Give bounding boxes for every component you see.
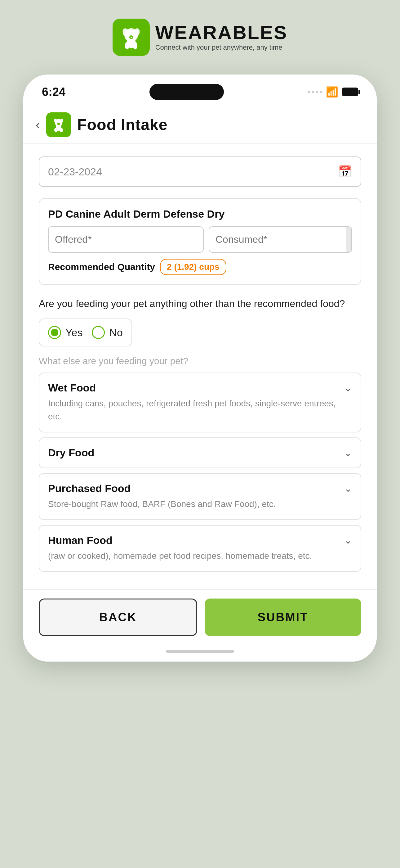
unit-label: cup (346, 227, 352, 252)
accordion-title-human-food: Human Food (48, 534, 112, 547)
recommended-badge: 2 (1.92) cups (160, 259, 226, 275)
chevron-down-icon-purchased-food: ⌄ (344, 483, 352, 494)
radio-option-yes[interactable]: Yes (48, 326, 82, 339)
accordion-item-dry-food[interactable]: Dry Food ⌄ (39, 437, 361, 468)
status-time: 6:24 (42, 85, 65, 99)
svg-text:★: ★ (130, 36, 132, 39)
brand-tagline: Connect with your pet anywhere, any time (155, 43, 288, 52)
radio-group: Yes No (39, 318, 132, 346)
svg-point-13 (54, 128, 57, 132)
back-nav-arrow[interactable]: ‹ (36, 118, 40, 131)
food-inputs-row: cup (48, 226, 352, 253)
brand-name: WEARABLES (155, 23, 288, 42)
wifi-icon: 📶 (326, 86, 338, 98)
chevron-down-icon-dry-food: ⌄ (344, 447, 352, 458)
chevron-down-icon-human-food: ⌄ (344, 535, 352, 546)
radio-option-no[interactable]: No (92, 326, 123, 339)
back-button[interactable]: BACK (39, 598, 197, 636)
submit-button[interactable]: SUBMIT (205, 598, 361, 636)
date-input-wrapper[interactable]: 02-23-2024 📅 (39, 156, 361, 187)
calendar-icon[interactable]: 📅 (338, 165, 352, 178)
brand-header: ★ WEARABLES Connect with your pet anywhe… (112, 19, 288, 56)
svg-point-6 (133, 42, 137, 49)
recommended-row: Recommended Quantity 2 (1.92) cups (48, 259, 352, 275)
accordion-title-purchased-food: Purchased Food (48, 483, 131, 495)
status-icons: 📶 (308, 86, 358, 98)
accordion-subtitle-wet-food: Including cans, pouches, refrigerated fr… (48, 397, 352, 423)
page-icon (46, 113, 71, 137)
accordion-item-human-food[interactable]: Human Food ⌄ (raw or cooked), homemade p… (39, 525, 361, 572)
question-text: Are you feeding your pet anything other … (39, 296, 361, 311)
radio-circle-yes[interactable] (48, 326, 61, 339)
consumed-input-group: cup (209, 226, 352, 253)
signal-dots-icon (308, 91, 322, 93)
main-content: 02-23-2024 📅 PD Canine Adult Derm Defens… (23, 144, 377, 589)
dynamic-island (149, 84, 224, 100)
accordion-item-wet-food[interactable]: Wet Food ⌄ Including cans, pouches, refr… (39, 373, 361, 432)
status-bar: 6:24 📶 (23, 74, 377, 103)
battery-icon (342, 88, 358, 96)
accordion-header-dry-food[interactable]: Dry Food ⌄ (48, 447, 352, 459)
home-bar (23, 645, 377, 661)
radio-label-no: No (109, 327, 123, 339)
radio-circle-no[interactable] (92, 326, 105, 339)
radio-label-yes: Yes (65, 327, 82, 339)
question-section: Are you feeding your pet anything other … (39, 296, 361, 346)
svg-point-5 (125, 42, 129, 49)
accordion-title-wet-food: Wet Food (48, 382, 96, 394)
svg-point-14 (60, 128, 63, 132)
page-title: Food Intake (77, 116, 168, 134)
food-section: PD Canine Adult Derm Defense Dry cup Rec… (39, 198, 361, 285)
accordion-subtitle-human-food: (raw or cooked), homemade pet food recip… (48, 550, 352, 562)
home-indicator (166, 650, 234, 653)
consumed-input[interactable] (209, 227, 346, 252)
svg-point-15 (57, 123, 60, 125)
accordion-subtitle-purchased-food: Store-bought Raw food, BARF (Bones and R… (48, 498, 352, 511)
chevron-down-icon-wet-food: ⌄ (344, 382, 352, 393)
brand-text-group: WEARABLES Connect with your pet anywhere… (155, 23, 288, 52)
sub-question-text: What else are you feeding your pet? (39, 356, 361, 366)
phone-shell: 6:24 📶 ‹ Food In (23, 74, 377, 661)
date-value: 02-23-2024 (48, 166, 102, 178)
accordion-title-dry-food: Dry Food (48, 447, 94, 459)
food-name: PD Canine Adult Derm Defense Dry (48, 208, 352, 220)
accordion-header-purchased-food[interactable]: Purchased Food ⌄ (48, 483, 352, 495)
accordion-header-wet-food[interactable]: Wet Food ⌄ (48, 382, 352, 394)
recommended-label: Recommended Quantity (48, 262, 155, 272)
page-header: ‹ Food Intake (23, 103, 377, 144)
bottom-buttons: BACK SUBMIT (23, 589, 377, 645)
offered-input[interactable] (48, 226, 204, 253)
brand-logo: ★ (112, 19, 150, 56)
accordion-item-purchased-food[interactable]: Purchased Food ⌄ Store-bought Raw food, … (39, 473, 361, 520)
accordion-header-human-food[interactable]: Human Food ⌄ (48, 534, 352, 547)
